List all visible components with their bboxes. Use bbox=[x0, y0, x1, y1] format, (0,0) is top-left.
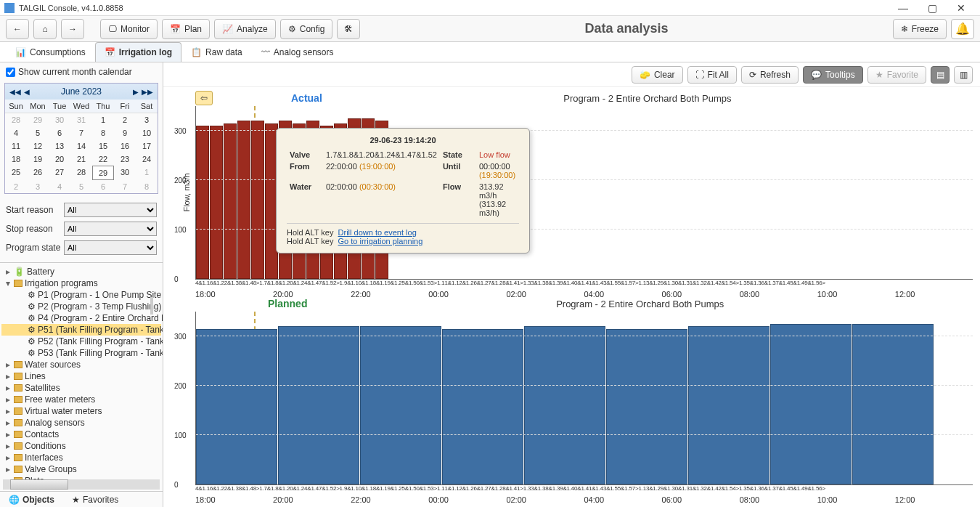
tab-raw-data[interactable]: 📋Raw data bbox=[181, 42, 252, 62]
tree-p52[interactable]: ⚙P52 (Tank Filling Program - Tank bbox=[1, 336, 161, 347]
tree-analog-sensors[interactable]: ▸Analog sensors bbox=[1, 417, 161, 429]
forward-button[interactable]: → bbox=[61, 19, 84, 39]
home-button[interactable]: ⌂ bbox=[33, 19, 57, 39]
maximize-button[interactable]: ▢ bbox=[918, 2, 947, 14]
planned-plot-area[interactable]: Nominal flow, m3/h 0100200300 bbox=[195, 312, 973, 485]
calendar-day[interactable]: 3 bbox=[136, 113, 158, 126]
calendar-day[interactable]: 24 bbox=[136, 153, 158, 166]
tree-battery[interactable]: ▸🔋Battery bbox=[1, 266, 161, 277]
calendar-day[interactable]: 5 bbox=[27, 126, 49, 139]
calendar-day[interactable]: 8 bbox=[92, 126, 114, 139]
bar[interactable] bbox=[251, 121, 264, 279]
calendar-day[interactable]: 12 bbox=[27, 139, 49, 153]
irrigation-planning-link[interactable]: Go to irrigation planning bbox=[338, 237, 423, 246]
calendar-day[interactable]: 19 bbox=[27, 153, 49, 166]
calendar-day[interactable]: 15 bbox=[92, 139, 114, 153]
minimize-button[interactable]: — bbox=[889, 2, 918, 14]
calendar-day[interactable]: 2 bbox=[114, 113, 136, 126]
close-button[interactable]: ✕ bbox=[947, 2, 976, 14]
calendar-day[interactable]: 28 bbox=[70, 166, 92, 180]
tree-irrigation-programs[interactable]: ▾Irrigation programs bbox=[1, 277, 161, 289]
bar[interactable] bbox=[237, 121, 250, 279]
tab-consumptions[interactable]: 📊Consumptions bbox=[6, 42, 95, 62]
bar[interactable] bbox=[360, 326, 441, 484]
calendar-day[interactable]: 28 bbox=[5, 113, 27, 126]
calendar-day[interactable]: 20 bbox=[49, 153, 70, 166]
calendar-day[interactable]: 23 bbox=[114, 153, 136, 166]
fit-all-button[interactable]: ⛶Fit All bbox=[687, 66, 737, 84]
favorite-button[interactable]: ★Favorite bbox=[867, 66, 926, 84]
objects-tab[interactable]: 🌐Objects bbox=[0, 492, 63, 507]
drill-down-link[interactable]: Drill down to event log bbox=[338, 228, 417, 237]
calendar-day[interactable]: 7 bbox=[114, 180, 136, 193]
tree-p4[interactable]: ⚙P4 (Program - 2 Entire Orchard E bbox=[1, 312, 161, 324]
tree-water-sources[interactable]: ▸Water sources bbox=[1, 359, 161, 370]
calendar-day[interactable]: 1 bbox=[136, 166, 158, 180]
tree-lines[interactable]: ▸Lines bbox=[1, 370, 161, 382]
tooltips-button[interactable]: 💬Tooltips bbox=[803, 66, 863, 84]
calendar-day[interactable]: 10 bbox=[136, 126, 158, 139]
calendar-day[interactable]: 6 bbox=[92, 180, 114, 193]
bar[interactable] bbox=[442, 329, 523, 484]
bar[interactable] bbox=[278, 326, 359, 484]
calendar-day[interactable]: 4 bbox=[49, 180, 70, 193]
calendar-day[interactable]: 9 bbox=[114, 126, 136, 139]
calendar-day[interactable]: 7 bbox=[70, 126, 92, 139]
tab-irrigation-log[interactable]: 📅Irrigation log bbox=[95, 42, 181, 62]
tree-p2[interactable]: ⚙P2 (Program - 3 Temp Flushing) bbox=[1, 301, 161, 312]
calendar-prev[interactable]: ◀◀◀ bbox=[9, 88, 30, 96]
tab-analog-sensors[interactable]: 〰Analog sensors bbox=[252, 42, 343, 62]
tree-p51[interactable]: ⚙P51 (Tank Filling Program - Tank bbox=[1, 324, 161, 336]
bar[interactable] bbox=[688, 326, 769, 484]
show-calendar-checkbox[interactable]: Show current month calendar bbox=[6, 67, 157, 77]
calendar-day[interactable]: 14 bbox=[70, 139, 92, 153]
tree-p1[interactable]: ⚙P1 (Program - 1 One Pump Site ! bbox=[1, 289, 161, 301]
program-state-select[interactable]: All bbox=[64, 240, 157, 255]
object-tree[interactable]: ▸🔋Battery ▾Irrigation programs ⚙P1 (Prog… bbox=[0, 262, 163, 479]
bar[interactable] bbox=[852, 324, 934, 484]
calendar-day[interactable]: 1 bbox=[92, 113, 114, 126]
calendar-day[interactable]: 17 bbox=[136, 139, 158, 153]
bar[interactable] bbox=[196, 126, 209, 279]
calendar-day[interactable]: 3 bbox=[27, 180, 49, 193]
calendar-day[interactable]: 21 bbox=[70, 153, 92, 166]
calendar-day[interactable]: 27 bbox=[49, 166, 70, 180]
view-split-button[interactable]: ▥ bbox=[954, 66, 973, 84]
bar[interactable] bbox=[770, 324, 852, 484]
clear-button[interactable]: 🧽Clear bbox=[632, 66, 683, 84]
bar[interactable] bbox=[606, 329, 687, 484]
calendar-day[interactable]: 29 bbox=[92, 166, 114, 180]
calendar-day[interactable]: 31 bbox=[70, 113, 92, 126]
calendar-day[interactable]: 22 bbox=[92, 153, 114, 166]
view-stacked-button[interactable]: ▤ bbox=[931, 66, 950, 84]
splitter-handle[interactable] bbox=[150, 297, 153, 315]
tree-virtual-water-meters[interactable]: ▸Virtual water meters bbox=[1, 405, 161, 417]
tree-contacts[interactable]: ▸Contacts bbox=[1, 429, 161, 440]
calendar-day[interactable]: 2 bbox=[5, 180, 27, 193]
bar[interactable] bbox=[524, 326, 605, 484]
plan-button[interactable]: 📅Plan bbox=[162, 19, 210, 39]
start-reason-select[interactable]: All bbox=[64, 203, 157, 217]
calendar-day[interactable]: 25 bbox=[5, 166, 27, 180]
analyze-button[interactable]: 📈Analyze bbox=[214, 19, 276, 39]
config-button[interactable]: ⚙Config bbox=[280, 19, 333, 39]
freeze-button[interactable]: ❄Freeze bbox=[893, 19, 947, 39]
favorites-tab[interactable]: ★Favorites bbox=[63, 492, 127, 507]
calendar-next[interactable]: ▶▶▶ bbox=[133, 88, 153, 96]
calendar-day[interactable]: 26 bbox=[27, 166, 49, 180]
chart-back-button[interactable]: ⇦ bbox=[195, 91, 213, 105]
calendar-day[interactable]: 30 bbox=[114, 166, 136, 180]
calendar-day[interactable]: 16 bbox=[114, 139, 136, 153]
calendar-day[interactable]: 29 bbox=[27, 113, 49, 126]
tree-conditions[interactable]: ▸Conditions bbox=[1, 440, 161, 452]
refresh-button[interactable]: ⟳Refresh bbox=[741, 66, 799, 84]
show-calendar-input[interactable] bbox=[6, 68, 15, 77]
tools-button[interactable]: 🛠 bbox=[337, 19, 360, 39]
tree-valve-groups[interactable]: ▸Valve Groups bbox=[1, 463, 161, 475]
tree-h-scrollbar[interactable] bbox=[3, 479, 160, 490]
calendar-day[interactable]: 30 bbox=[49, 113, 70, 126]
calendar-day[interactable]: 13 bbox=[49, 139, 70, 153]
calendar-day[interactable]: 11 bbox=[5, 139, 27, 153]
bar[interactable] bbox=[210, 126, 223, 279]
calendar-day[interactable]: 5 bbox=[70, 180, 92, 193]
